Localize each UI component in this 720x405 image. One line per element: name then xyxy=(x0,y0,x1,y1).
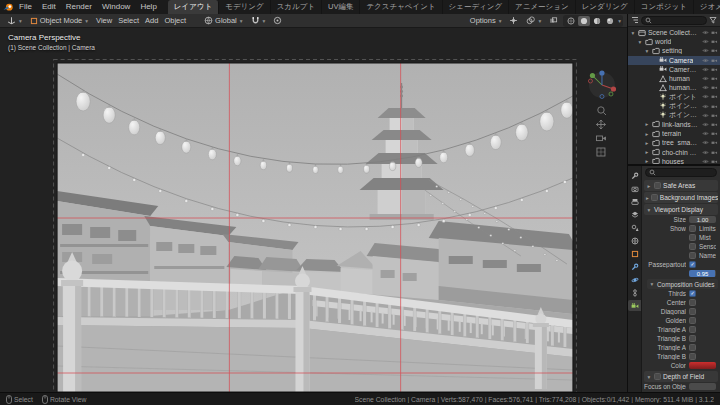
focus-on-object-field[interactable] xyxy=(689,383,716,391)
proportional-editing-toggle[interactable] xyxy=(270,16,285,25)
outliner-row-scene-collection[interactable]: ▾Scene Collection xyxy=(628,28,720,37)
properties-tab-object[interactable] xyxy=(628,248,641,259)
hide-in-viewport-icon[interactable] xyxy=(702,75,709,82)
hide-in-viewport-icon[interactable] xyxy=(702,139,709,146)
snap-toggle[interactable]: ▾ xyxy=(248,16,269,25)
thirds-checkbox[interactable]: ✓ xyxy=(689,290,696,297)
shading-wireframe-button[interactable] xyxy=(565,16,577,26)
properties-tab-modifiers[interactable] xyxy=(628,261,641,272)
size-field[interactable]: 1.00 xyxy=(689,216,716,224)
properties-tab-view-layer[interactable] xyxy=(628,209,641,220)
xray-toggle[interactable] xyxy=(546,16,561,25)
panel-header-background-images[interactable]: ▸Background Images xyxy=(644,192,718,203)
disable-in-render-icon[interactable] xyxy=(711,93,718,100)
hide-in-viewport-icon[interactable] xyxy=(702,158,709,164)
panel-header-depth-of-field[interactable]: ▾Depth of Field xyxy=(644,371,718,382)
menu-render[interactable]: Render xyxy=(61,0,97,14)
hide-in-viewport-icon[interactable] xyxy=(702,66,709,73)
disable-in-render-icon[interactable] xyxy=(711,75,718,82)
viewport-menu-select[interactable]: Select xyxy=(115,16,142,25)
outliner-search[interactable] xyxy=(641,16,707,25)
background-images-enable-checkbox[interactable] xyxy=(651,194,658,201)
show-gizmo-toggle[interactable] xyxy=(506,16,521,25)
limits-checkbox[interactable] xyxy=(689,225,696,232)
properties-tab-object-data[interactable] xyxy=(628,300,641,311)
properties-tab-scene[interactable] xyxy=(628,222,641,233)
triangle-a-checkbox[interactable] xyxy=(689,326,696,333)
outliner-row-camera[interactable]: Camera xyxy=(628,56,720,65)
hide-in-viewport-icon[interactable] xyxy=(702,130,709,137)
outliner-row-link-landscape[interactable]: ▸link-landscape xyxy=(628,120,720,129)
disable-in-render-icon[interactable] xyxy=(711,121,718,128)
shading-rendered-button[interactable] xyxy=(604,16,616,26)
disclosure-toggle[interactable]: ▸ xyxy=(644,149,650,155)
outliner-row-human[interactable]: human xyxy=(628,74,720,83)
disable-in-render-icon[interactable] xyxy=(711,103,718,110)
properties-search-input[interactable] xyxy=(658,169,713,176)
viewport-menu-object[interactable]: Object xyxy=(161,16,189,25)
sensor-checkbox[interactable] xyxy=(689,243,696,250)
viewport-menu-view[interactable]: View xyxy=(93,16,115,25)
disable-in-render-icon[interactable] xyxy=(711,38,718,45)
editor-type-button[interactable]: ▾ xyxy=(4,16,25,25)
color-swatch[interactable] xyxy=(689,362,716,370)
disclosure-toggle[interactable]: ▾ xyxy=(637,39,643,45)
shading-material-button[interactable] xyxy=(591,16,603,26)
hide-in-viewport-icon[interactable] xyxy=(702,29,709,36)
viewport-3d[interactable]: Camera Perspective (1) Scene Collection … xyxy=(0,28,627,392)
viewport-menu-add[interactable]: Add xyxy=(142,16,161,25)
outliner-search-input[interactable] xyxy=(654,17,703,24)
properties-tab-physics[interactable] xyxy=(628,274,641,285)
panel-header-safe-areas[interactable]: ▸Safe Areas xyxy=(644,180,718,191)
triangle-b-checkbox[interactable] xyxy=(689,353,696,360)
center-checkbox[interactable] xyxy=(689,299,696,306)
safe-areas-enable-checkbox[interactable] xyxy=(654,182,661,189)
disable-in-render-icon[interactable] xyxy=(711,84,718,91)
diagonal-checkbox[interactable] xyxy=(689,308,696,315)
outliner-row-world[interactable]: ▾world xyxy=(628,37,720,46)
disclosure-toggle[interactable]: ▸ xyxy=(644,131,650,137)
menu-help[interactable]: Help xyxy=(135,0,161,14)
outliner-row-cho-chin-cable[interactable]: ▸cho-chin cable xyxy=(628,147,720,156)
workspace-tab-5[interactable]: テクスチャペイント xyxy=(360,0,442,14)
hide-in-viewport-icon[interactable] xyxy=(702,149,709,156)
disclosure-toggle[interactable]: ▾ xyxy=(646,374,652,380)
outliner-row-003[interactable]: ポイント.003 xyxy=(628,111,720,120)
properties-tab-constraints[interactable] xyxy=(628,287,641,298)
hide-in-viewport-icon[interactable] xyxy=(702,112,709,119)
disable-in-render-icon[interactable] xyxy=(711,130,718,137)
depth-of-field-enable-checkbox[interactable] xyxy=(654,373,661,380)
menu-edit[interactable]: Edit xyxy=(37,0,61,14)
disable-in-render-icon[interactable] xyxy=(711,66,718,73)
mist-checkbox[interactable] xyxy=(689,234,696,241)
disable-in-render-icon[interactable] xyxy=(711,139,718,146)
disable-in-render-icon[interactable] xyxy=(711,112,718,119)
workspace-tab-8[interactable]: レンダリング xyxy=(576,0,635,14)
disable-in-render-icon[interactable] xyxy=(711,29,718,36)
filter-icon[interactable] xyxy=(709,16,717,24)
disclosure-toggle[interactable]: ▸ xyxy=(646,195,649,201)
outliner-row-camera-001[interactable]: Camera.001 xyxy=(628,65,720,74)
disclosure-toggle[interactable]: ▸ xyxy=(646,183,652,189)
outliner-row-houses[interactable]: ▸houses xyxy=(628,157,720,164)
disclosure-toggle[interactable]: ▸ xyxy=(644,140,650,146)
disable-in-render-icon[interactable] xyxy=(711,57,718,64)
menu-file[interactable]: File xyxy=(14,0,37,14)
workspace-tab-4[interactable]: UV編集 xyxy=(322,0,360,14)
disclosure-toggle[interactable]: ▾ xyxy=(630,30,636,36)
workspace-tab-9[interactable]: コンポジット xyxy=(635,0,694,14)
properties-tab-output[interactable] xyxy=(628,196,641,207)
passepartout-checkbox[interactable]: ✓ xyxy=(689,261,696,268)
hide-in-viewport-icon[interactable] xyxy=(702,103,709,110)
menu-window[interactable]: Window xyxy=(97,0,135,14)
triangle-b-checkbox[interactable] xyxy=(689,335,696,342)
options-menu[interactable]: Options ▾ xyxy=(467,16,505,25)
triangle-a-checkbox[interactable] xyxy=(689,344,696,351)
panel-header-viewport-display[interactable]: ▾Viewport Display xyxy=(644,204,718,215)
properties-tab-world[interactable] xyxy=(628,235,641,246)
workspace-tab-1[interactable]: レイアウト xyxy=(168,0,219,14)
workspace-tab-2[interactable]: モデリング xyxy=(219,0,270,14)
disclosure-toggle[interactable]: ▸ xyxy=(644,121,650,127)
golden-checkbox[interactable] xyxy=(689,317,696,324)
hide-in-viewport-icon[interactable] xyxy=(702,57,709,64)
